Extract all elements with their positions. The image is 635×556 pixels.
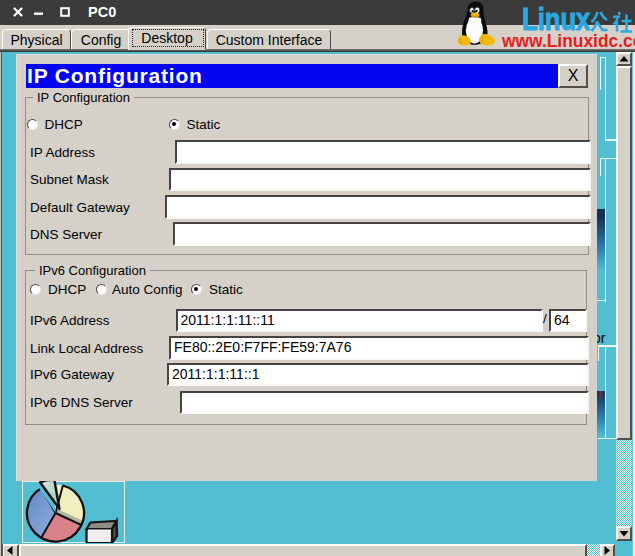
svg-text:PC0: PC0 [88,4,116,20]
